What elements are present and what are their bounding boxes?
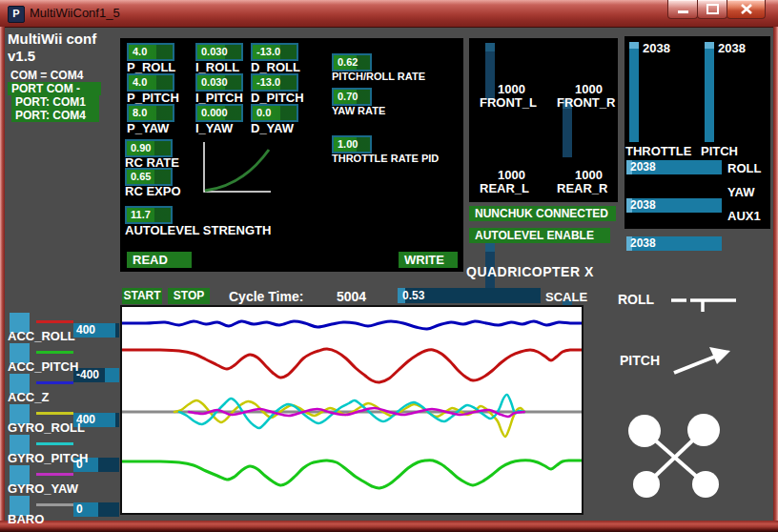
- sensor-label-acc_z: ACC_Z: [8, 390, 49, 404]
- start-button[interactable]: START: [122, 288, 162, 304]
- sensor-rows: 400ACC_ROLL-400ACC_PITCH400ACC_Z0GYRO_RO…: [0, 0, 46, 100]
- autolevel-enable-button[interactable]: AUTOLEVEL ENABLE: [469, 228, 610, 243]
- title-bar[interactable]: P MultiWiiConf1_5: [0, 0, 778, 28]
- rx-value-yaw: 2038: [630, 198, 656, 213]
- pid-field-p_yaw[interactable]: 8.0: [127, 104, 174, 122]
- read-button[interactable]: READ: [127, 252, 192, 268]
- motor-label-rear_r: REAR_R: [557, 181, 607, 195]
- port-com4-item[interactable]: PORT: COM4: [11, 109, 99, 122]
- pid-label-i_pitch: I_PITCH: [195, 91, 243, 105]
- scale-slider[interactable]: 0.53: [398, 288, 541, 303]
- write-button[interactable]: WRITE: [399, 252, 458, 268]
- autolevel-strength-field[interactable]: 11.7: [125, 206, 173, 224]
- sensor-color-swatch-baro: [36, 503, 73, 506]
- rate-field-1[interactable]: 0.70: [332, 88, 372, 106]
- sensor-label-acc_pitch: ACC_PITCH: [8, 359, 78, 374]
- pid-field-d_pitch[interactable]: -13.0: [251, 73, 298, 92]
- motor-value-rear_r: 1000: [575, 168, 603, 182]
- pid-grid: 4.0P_ROLL0.030I_ROLL-13.0D_ROLL4.0P_PITC…: [127, 43, 346, 138]
- rate-field-2[interactable]: 1.00: [332, 135, 372, 153]
- sensor-color-swatch-gyro_yaw: [36, 473, 73, 476]
- roll-indicator-label: ROLL: [618, 292, 654, 307]
- sensor-color-swatch-gyro_roll: [36, 412, 73, 415]
- sensor-value-acc_roll: 400: [76, 323, 95, 338]
- motor-value-front_l: 1000: [498, 82, 525, 96]
- maximize-button[interactable]: [697, 0, 727, 19]
- rx-label-pitch: PITCH: [701, 144, 738, 158]
- motor-label-front_r: FRONT_R: [557, 95, 615, 110]
- maximize-icon: [706, 4, 719, 14]
- sensor-label-gyro_roll: GYRO_ROLL: [8, 420, 85, 435]
- sensor-bar-acc_roll: 400: [73, 323, 119, 338]
- pid-field-i_roll[interactable]: 0.030: [195, 43, 243, 61]
- minimize-button[interactable]: [667, 0, 698, 19]
- rx-value-pitch: 2038: [718, 41, 746, 55]
- motor-panel: 1000FRONT_L1000FRONT_R1000REAR_L1000REAR…: [469, 38, 618, 202]
- rx-value-roll: 2038: [630, 160, 656, 174]
- pitch-indicator-label: PITCH: [620, 353, 660, 368]
- rx-bar-aux1: 2038: [626, 236, 722, 251]
- scale-slider-value: 0.53: [402, 288, 424, 303]
- pid-label-i_yaw: I_YAW: [195, 121, 233, 135]
- acc-z-trace: [122, 321, 582, 329]
- rate-list: 0.62PITCH/ROLL RATE0.70YAW RATE1.00THROT…: [332, 53, 460, 177]
- pid-label-p_roll: P_ROLL: [127, 60, 175, 74]
- rx-panel: 2038THROTTLE2038PITCH2038ROLL2038YAW2038…: [624, 36, 770, 229]
- rx-label-throttle: THROTTLE: [625, 144, 691, 158]
- sensor-bar-fill: [105, 368, 119, 382]
- motor-bar-cap: [485, 43, 495, 51]
- acc-roll-trace: [122, 349, 582, 382]
- cycle-time-label: Cycle Time:: [229, 289, 303, 304]
- pid-label-i_roll: I_ROLL: [195, 60, 239, 74]
- autolevel-strength-label: AUTOLEVEL STRENGTH: [125, 223, 271, 237]
- window-border-left: [0, 27, 5, 521]
- acc-pitch-trace: [122, 460, 582, 488]
- rc-expo-curve: [198, 136, 275, 201]
- rx-value-aux1: 2038: [630, 236, 656, 251]
- rc-label-1: RC EXPO: [125, 184, 181, 198]
- telemetry-graph-canvas: [122, 307, 582, 513]
- sensor-color-swatch-gyro_pitch: [36, 442, 73, 445]
- minimize-icon: [678, 10, 688, 13]
- rx-bar-yaw: 2038: [626, 198, 722, 213]
- motor-bar-front_l: [485, 43, 495, 100]
- rate-field-0[interactable]: 0.62: [332, 53, 372, 72]
- motor-value-front_r: 1000: [575, 82, 603, 96]
- rate-label-1: YAW RATE: [332, 105, 385, 116]
- pid-field-d_roll[interactable]: -13.0: [251, 43, 298, 61]
- stop-button[interactable]: STOP: [168, 288, 210, 304]
- pid-label-p_pitch: P_PITCH: [127, 91, 179, 105]
- telemetry-graph: [120, 305, 584, 515]
- window-border-right: [773, 27, 778, 521]
- pid-field-d_yaw[interactable]: 0.0: [251, 104, 298, 122]
- rx-bar-cap: [629, 42, 639, 49]
- pid-field-i_pitch[interactable]: 0.030: [195, 73, 243, 92]
- rx-bar-cap: [705, 42, 714, 49]
- motor-value-rear_l: 1000: [498, 168, 525, 182]
- sensor-bar-gyro_pitch: 0: [73, 502, 119, 517]
- rate-label-0: PITCH/ROLL RATE: [332, 71, 425, 82]
- pid-panel: 4.0P_ROLL0.030I_ROLL-13.0D_ROLL4.0P_PITC…: [120, 38, 463, 272]
- sensor-label-baro: BARO: [8, 512, 44, 526]
- motor-label-rear_l: REAR_L: [480, 181, 529, 195]
- nunchuk-status-button[interactable]: NUNCHUK CONNECTED: [469, 206, 616, 221]
- sensor-color-swatch-acc_roll: [36, 320, 73, 323]
- rx-label-roll: ROLL: [727, 161, 761, 175]
- rx-bar-throttle: [629, 42, 639, 142]
- pid-label-d_pitch: D_PITCH: [251, 91, 304, 105]
- rx-value-throttle: 2038: [643, 41, 670, 55]
- pid-field-p_roll[interactable]: 4.0: [127, 43, 174, 61]
- motor-bar-cap: [485, 243, 495, 252]
- pid-label-d_yaw: D_YAW: [251, 121, 294, 135]
- sensor-label-acc_roll: ACC_ROLL: [8, 329, 75, 343]
- sensor-bar-acc_pitch: -400: [73, 368, 119, 382]
- close-button[interactable]: [727, 0, 766, 19]
- rx-label-yaw: YAW: [727, 185, 754, 199]
- rx-label-aux1: AUX1: [727, 209, 761, 223]
- sensor-value-acc_pitch: -400: [76, 368, 99, 382]
- sensor-color-swatch-acc_pitch: [36, 351, 73, 354]
- pid-field-p_pitch[interactable]: 4.0: [127, 73, 174, 92]
- close-icon: [741, 4, 752, 14]
- scale-label: SCALE: [545, 290, 587, 304]
- pid-field-i_yaw[interactable]: 0.000: [195, 104, 243, 122]
